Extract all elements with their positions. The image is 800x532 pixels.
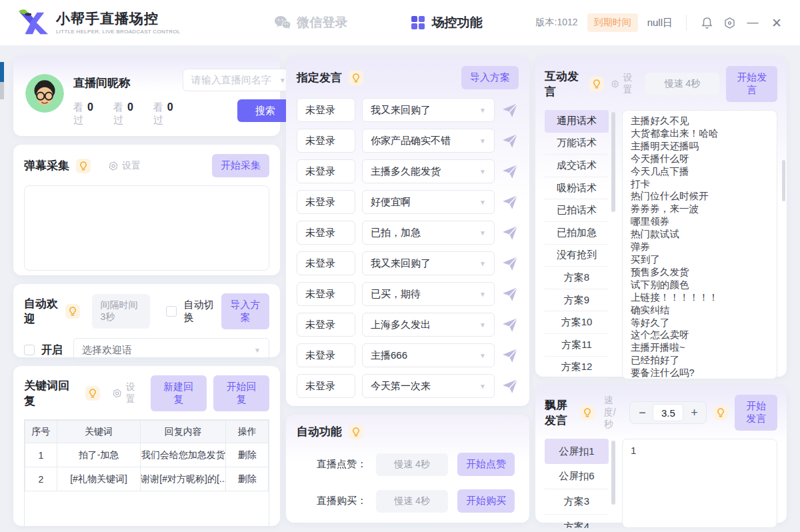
message-select[interactable]: 今天第一次来▼ — [362, 374, 495, 398]
send-icon[interactable] — [501, 285, 519, 303]
keyword-settings-button[interactable]: 设置 — [112, 381, 143, 405]
message-select[interactable]: 上海多久发出▼ — [362, 313, 495, 337]
message-select[interactable]: 你家产品确实不错▼ — [362, 129, 495, 153]
start-like-button[interactable]: 开始点赞 — [457, 453, 515, 476]
interactive-content-textarea[interactable]: 主播好久不见 大货都拿出来！哈哈 主播明天还播吗 今天播什么呀 今天几点下播 打… — [622, 110, 777, 379]
decrease-button[interactable]: − — [631, 406, 653, 420]
tab-script[interactable]: 方案8 — [545, 267, 609, 289]
nav-field-control[interactable]: 场控功能 — [411, 14, 483, 31]
increase-button[interactable]: + — [683, 406, 705, 420]
start-buy-button[interactable]: 开始购买 — [457, 489, 515, 513]
welcome-enable-checkbox[interactable] — [24, 345, 35, 355]
send-icon[interactable] — [501, 255, 519, 272]
send-icon[interactable] — [501, 347, 519, 364]
tab-script[interactable]: 已拍加急 — [545, 222, 609, 245]
search-button[interactable]: 搜索 — [237, 99, 293, 122]
floating-start-button[interactable]: 开始发言 — [735, 395, 777, 431]
message-text: 我又来回购了 — [371, 257, 431, 270]
login-status-box[interactable]: 未登录 — [297, 98, 355, 122]
welcome-message-select[interactable]: 选择欢迎语 ▼ — [73, 338, 269, 362]
minimize-button[interactable]: — — [745, 16, 760, 29]
nav-label: 场控功能 — [432, 14, 483, 31]
send-icon[interactable] — [501, 193, 519, 211]
wechat-login-button[interactable]: 微信登录 — [274, 14, 348, 31]
tabs-scrollbar[interactable] — [611, 112, 615, 212]
send-icon[interactable] — [501, 132, 519, 149]
login-status-box[interactable]: 未登录 — [297, 221, 355, 245]
expiry-badge: 到期时间 — [587, 13, 638, 32]
interactive-settings-button[interactable]: 设置 — [611, 72, 638, 96]
delete-button[interactable]: 删除 — [226, 467, 269, 491]
danmu-settings-button[interactable]: 设置 — [108, 160, 141, 172]
tab-floating[interactable]: 公屏扣6 — [545, 464, 609, 489]
close-button[interactable]: ✕ — [769, 15, 784, 31]
interval-time-pill[interactable]: 间隔时间 3秒 — [92, 294, 150, 329]
message-select[interactable]: 我又来回购了▼ — [362, 251, 495, 275]
tab-script[interactable]: 没有抢到 — [545, 245, 609, 267]
send-icon[interactable] — [501, 316, 519, 333]
floating-tabs-scrollbar[interactable] — [611, 441, 615, 505]
tab-script[interactable]: 万能话术 — [545, 133, 609, 155]
room-name-input[interactable]: 请输入直播间名字 ▼ — [183, 69, 293, 91]
send-icon[interactable] — [501, 224, 519, 241]
login-status-box[interactable]: 未登录 — [297, 159, 355, 183]
tab-script[interactable]: 方案9 — [545, 289, 609, 312]
new-reply-button[interactable]: 新建回复 — [151, 375, 207, 411]
tab-script[interactable]: 方案10 — [545, 311, 609, 334]
message-select[interactable]: 主播多久能发货▼ — [362, 159, 495, 183]
tip-bulb-icon — [65, 304, 80, 319]
designated-row: 未登录 好便宜啊▼ — [297, 190, 519, 214]
message-select[interactable]: 已买，期待▼ — [362, 282, 495, 306]
login-status-box[interactable]: 未登录 — [297, 374, 355, 398]
keyword-reply-card: 关键词回复 设置 新建回复 开始回复 序号 关键词 回 — [13, 366, 280, 526]
stat-label: 看过 — [113, 101, 123, 127]
designated-row: 未登录 你家产品确实不错▼ — [297, 129, 519, 153]
auto-like-speed-pill[interactable]: 慢速 4秒 — [376, 453, 448, 476]
message-select[interactable]: 我又来回购了▼ — [362, 98, 495, 122]
designated-import-plan-button[interactable]: 导入方案 — [461, 66, 519, 89]
floating-content-textarea[interactable]: 1 — [622, 439, 777, 528]
gear-icon[interactable] — [723, 16, 736, 29]
login-status-box[interactable]: 未登录 — [297, 343, 355, 367]
tab-script[interactable]: 成交话术 — [545, 155, 609, 177]
login-status-box[interactable]: 未登录 — [297, 282, 355, 306]
auto-switch-checkbox[interactable] — [166, 306, 177, 317]
message-select[interactable]: 主播666▼ — [362, 343, 495, 367]
delete-button[interactable]: 删除 — [226, 443, 269, 467]
auto-switch-label: 自动切换 — [183, 299, 214, 324]
start-reply-button[interactable]: 开始回复 — [213, 375, 269, 411]
interactive-start-button[interactable]: 开始发言 — [726, 66, 777, 102]
tab-floating[interactable]: 方案4 — [545, 515, 609, 528]
interactive-speed-pill[interactable]: 慢速 4秒 — [645, 73, 720, 95]
grid-icon — [411, 16, 425, 29]
speed-value[interactable]: 3.5 — [653, 404, 683, 421]
danmu-collect-box[interactable] — [24, 185, 269, 271]
send-icon[interactable] — [501, 101, 519, 119]
bell-icon[interactable] — [700, 16, 713, 29]
send-icon[interactable] — [501, 163, 519, 180]
designated-row: 未登录 上海多久发出▼ — [297, 313, 519, 337]
tab-script[interactable]: 吸粉话术 — [545, 177, 609, 200]
tab-script[interactable]: 通用话术 — [545, 110, 609, 133]
auto-buy-speed-pill[interactable]: 慢速 4秒 — [376, 490, 448, 513]
content-scrollbar[interactable] — [782, 160, 785, 201]
login-status-box[interactable]: 未登录 — [297, 129, 355, 153]
tab-script[interactable]: 方案11 — [545, 334, 609, 357]
start-collect-button[interactable]: 开始采集 — [212, 154, 269, 177]
send-icon[interactable] — [501, 377, 519, 395]
message-select[interactable]: 好便宜啊▼ — [362, 190, 495, 214]
tab-floating[interactable]: 公屏扣1 — [545, 439, 609, 464]
designated-speech-card: 指定发言 导入方案 未登录 我又来回购了▼ 未登录 你家产品确实不错▼ — [286, 57, 529, 406]
tab-script[interactable]: 已拍话术 — [545, 199, 609, 222]
message-select[interactable]: 已拍，加急▼ — [362, 221, 495, 245]
table-row: 1 拍了-加急 我们会给您加急发货 删除 — [25, 443, 269, 467]
welcome-import-plan-button[interactable]: 导入方案 — [221, 293, 269, 329]
auto-welcome-card: 自动欢迎 间隔时间 3秒 自动切换 导入方案 开启 选择欢迎语 ▼ — [13, 284, 280, 357]
login-status-box[interactable]: 未登录 — [297, 190, 355, 214]
tab-script[interactable]: 方案12 — [545, 357, 609, 379]
login-status-box[interactable]: 未登录 — [297, 313, 355, 337]
cell-keyword: [#礼物关键词] — [57, 467, 141, 491]
login-status-box[interactable]: 未登录 — [297, 251, 355, 275]
tab-floating[interactable]: 方案3 — [545, 489, 609, 515]
message-text: 主播666 — [371, 349, 407, 362]
